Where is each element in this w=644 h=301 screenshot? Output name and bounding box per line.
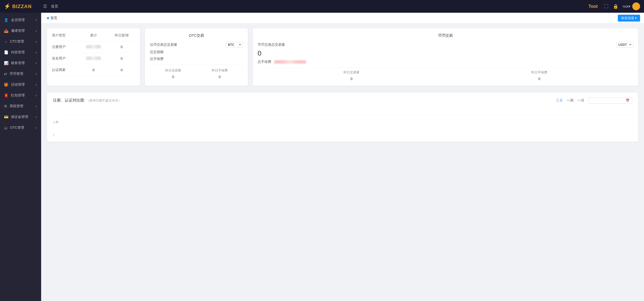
sidebar-item-system[interactable]: ⚙ 系统管理 ∨ (0, 101, 41, 112)
table-row: 实名用户 0 (52, 53, 135, 64)
chevron-icon: ∨ (35, 115, 37, 119)
sidebar-item-deposit[interactable]: 💳 保证金管理 ∨ (0, 112, 41, 122)
tab-home[interactable]: 首页 (45, 13, 59, 23)
sidebar-label-finance: 财务管理 (11, 61, 25, 65)
coin-top-row: 币币交易总交易量 USDT BTC ETH (258, 42, 633, 47)
expand-icon[interactable]: ⛶ (604, 4, 608, 9)
user-total-merchant: 0 (79, 64, 108, 76)
logo-text: BIZZAN (12, 4, 32, 9)
chart-btn-month[interactable]: 一月 (578, 98, 584, 103)
tag-options-button[interactable]: 标签选项 ▾ (618, 15, 640, 21)
col-header-type: 用户类型 (52, 33, 79, 41)
coin-divider (258, 67, 633, 68)
table-row: 认证商家 0 0 (52, 64, 135, 76)
sidebar-label-content: 内容管理 (11, 50, 25, 54)
otc-row-volume: 法币交易总交易量 BTC ETH USDT (150, 42, 243, 47)
coin-total-value: 0 (258, 49, 633, 57)
otc-divider (150, 65, 243, 65)
sidebar-item-invite[interactable]: 📤 邀请管理 ∨ (0, 25, 41, 36)
topnav-right: Toot ⛶ 🔒 root▾ (588, 2, 640, 10)
col-header-total: 累计 (79, 33, 108, 41)
menu-toggle-icon[interactable]: ☰ (43, 4, 47, 9)
chart-btn-3day[interactable]: 三天 (556, 98, 563, 103)
sidebar-item-coin[interactable]: ⇄ 币币管理 ∨ (0, 68, 41, 79)
user-table-card: 用户类型 累计 昨日新增 注册用户 0 (47, 28, 140, 86)
topnav: ⚡ BIZZAN ☰ 首页 Toot ⛶ 🔒 root▾ (0, 0, 644, 13)
sidebar-item-redpacket[interactable]: 🧧 红包管理 ∨ (0, 90, 41, 101)
sidebar-label-otc: OTC管理 (10, 126, 24, 130)
sidebar-item-activity[interactable]: 🎁 活动管理 ∨ (0, 79, 41, 90)
page-content: 用户类型 累计 昨日新增 注册用户 0 (41, 23, 644, 301)
user-yesterday-merchant: 0 (108, 64, 135, 76)
toot-label: Toot (588, 4, 598, 9)
lock-icon[interactable]: 🔒 (613, 4, 618, 9)
system-icon: ⚙ (4, 104, 7, 108)
user-total-verified (79, 53, 108, 64)
table-row: 注册用户 0 (52, 41, 135, 53)
sidebar-label-deposit: 保证金管理 (11, 115, 28, 119)
chart-y-value: 1 (53, 133, 54, 137)
otc-coin-select[interactable]: BTC ETH USDT (226, 42, 243, 47)
otc-stat-daily-volume: 昨日交易量 0 (165, 68, 181, 79)
redpacket-icon: 🧧 (4, 93, 8, 98)
sidebar-label-member: 会员管理 (11, 18, 25, 22)
chart-y-axis-label: 人数 (53, 120, 59, 124)
member-icon: 👤 (4, 18, 8, 22)
coin-stat-value-fee: 0 (531, 77, 547, 81)
sidebar-item-content[interactable]: 📄 内容管理 ∨ (0, 47, 41, 58)
otc-label-volume: 法币交易总交易量 (150, 42, 226, 47)
sidebar-item-finance[interactable]: 📊 财务管理 ∨ (0, 58, 41, 68)
activity-icon: 🎁 (4, 82, 8, 87)
sidebar-label-coin: 币币管理 (10, 72, 23, 76)
chevron-icon: ∨ (35, 94, 37, 97)
col-header-yesterday: 昨日新增 (108, 33, 135, 41)
chevron-icon: ∨ (35, 18, 37, 22)
ctc-icon: ↔ (4, 40, 8, 44)
content-icon: 📄 (4, 50, 8, 54)
blurred-value (86, 45, 101, 48)
user-total-registered (79, 41, 108, 53)
coin-fee-value-blurred (274, 60, 306, 64)
user-type-verified: 实名用户 (52, 53, 79, 64)
sidebar-item-otc[interactable]: 🗂 OTC管理 ∨ (0, 122, 41, 133)
nav-breadcrumb: 首页 (51, 4, 58, 9)
chart-date-picker[interactable]: 📅 (588, 97, 632, 103)
user-table: 用户类型 累计 昨日新增 注册用户 0 (52, 33, 135, 76)
sidebar: 👤 会员管理 ∨ 📤 邀请管理 ∨ ↔ CTC管理 ∨ 📄 内容管理 ∨ (0, 13, 41, 301)
chevron-icon: ∨ (35, 72, 37, 76)
tabbar: 首页 标签选项 ▾ (41, 13, 644, 23)
chevron-icon: ∨ (35, 29, 37, 32)
sidebar-item-ctc[interactable]: ↔ CTC管理 ∨ (0, 36, 41, 47)
chart-section: 注册、认证对比图 （查询日期不超过30天） 三天 一周 一月 📅 (47, 92, 638, 142)
coin-card: 币币交易 币币交易总交易量 USDT BTC ETH 0 总手续费 (253, 28, 638, 86)
coin-fee-row: 总手续费 (258, 60, 633, 64)
chart-header: 注册、认证对比图 （查询日期不超过30天） 三天 一周 一月 📅 (53, 97, 632, 103)
chevron-icon: ∨ (35, 83, 37, 86)
gridline-bottom (63, 137, 632, 137)
coin-select[interactable]: USDT BTC ETH (616, 42, 633, 47)
otc-stat-label-fee: 昨日手续费 (212, 68, 228, 73)
coin-icon: ⇄ (4, 72, 7, 76)
user-menu[interactable]: root▾ (623, 2, 640, 10)
otc-stats-row: 昨日交易量 0 昨日手续费 0 (150, 68, 243, 79)
coin-total-label: 币币交易总交易量 (258, 42, 616, 47)
chart-controls: 三天 一周 一月 📅 (556, 97, 632, 103)
chart-btn-week[interactable]: 一周 (566, 98, 574, 103)
chart-grid (63, 107, 632, 137)
sidebar-label-ctc: CTC管理 (10, 39, 24, 44)
sidebar-item-member[interactable]: 👤 会员管理 ∨ (0, 15, 41, 25)
coin-fee-label: 总手续费 (258, 60, 271, 64)
otc-card: OTC交易 法币交易总交易量 BTC ETH USDT 总交易额 总手续费 (145, 28, 248, 86)
chevron-icon: ∨ (35, 62, 37, 65)
coin-stat-value-volume: 0 (344, 77, 360, 81)
user-yesterday-verified: 0 (108, 53, 135, 64)
calendar-icon: 📅 (626, 99, 630, 102)
chart-title: 注册、认证对比图 (53, 98, 84, 103)
cards-row: 用户类型 累计 昨日新增 注册用户 0 (47, 28, 638, 86)
otc-card-title: OTC交易 (150, 33, 243, 38)
otc-stat-label-volume: 昨日交易量 (165, 68, 181, 73)
chevron-icon: ∨ (35, 105, 37, 108)
tab-home-label: 首页 (50, 16, 57, 20)
gridline-top (63, 107, 632, 108)
logo: ⚡ BIZZAN (4, 3, 43, 9)
